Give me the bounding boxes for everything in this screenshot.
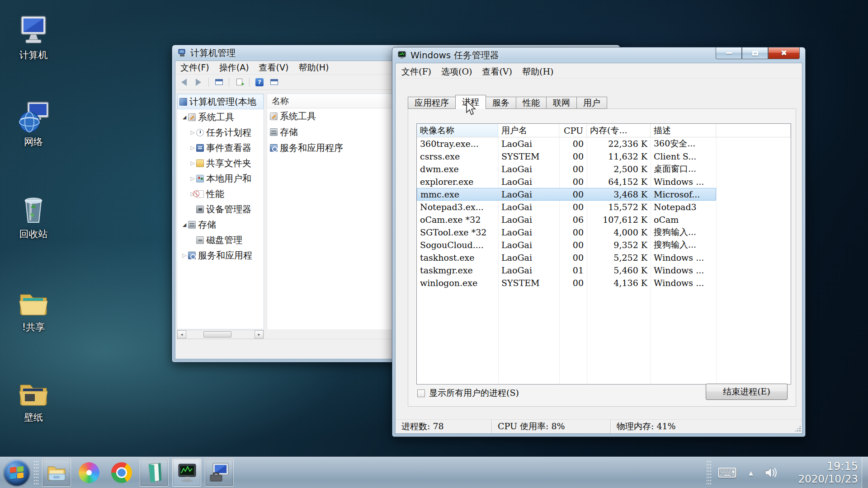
desktop-icon-wallpaper-folder[interactable]: 壁纸: [8, 375, 59, 424]
tree-item-shared-folders[interactable]: ▷ 共享文件夹: [177, 155, 264, 171]
desktop-icon-network[interactable]: 网络: [8, 99, 59, 148]
desktop-icon-recycle-bin[interactable]: 回收站: [8, 192, 59, 240]
toolbar-drag-handle[interactable]: [33, 460, 38, 485]
volume-speaker-icon[interactable]: [764, 466, 778, 479]
process-row-selected[interactable]: mmc.exe LaoGai 00 3,468 K Microsof...: [417, 188, 791, 201]
collapsed-arrow-icon[interactable]: ▷: [189, 160, 196, 166]
shared-folders-icon: [196, 160, 204, 167]
process-row[interactable]: winlogon.exe SYSTEM 00 4,136 K Windows .…: [417, 277, 791, 289]
process-row[interactable]: explorer.exe LaoGai 00 64,152 K Windows …: [417, 175, 791, 188]
collapsed-arrow-icon[interactable]: ▷: [189, 175, 196, 182]
column-header-cpu[interactable]: CPU: [559, 124, 587, 137]
menu-options[interactable]: 选项(O): [436, 66, 477, 78]
process-row[interactable]: Notepad3.ex... LaoGai 00 15,572 K Notepa…: [417, 201, 791, 213]
taskbar-left: [4, 457, 234, 488]
hidden-icons-up-arrow[interactable]: ▲: [749, 469, 753, 476]
minimize-button[interactable]: [716, 47, 742, 59]
local-users-icon: [196, 175, 204, 183]
back-button[interactable]: [178, 77, 190, 88]
tab-networking[interactable]: 联网: [547, 97, 577, 109]
cell-description: Windows ...: [651, 251, 716, 264]
process-row[interactable]: SogouCloud.... LaoGai 00 9,352 K 搜狗输入...: [417, 239, 791, 251]
export-list-button[interactable]: [233, 77, 245, 88]
cell-image-name: taskmgr.exe: [417, 264, 498, 277]
tree-item-services-apps[interactable]: ▷ 服务和应用程: [177, 248, 264, 263]
column-header-description[interactable]: 描述: [651, 124, 716, 137]
expanded-arrow-icon[interactable]: ◢: [181, 114, 188, 120]
listview-header: 映像名称 用户名 CPU 内存(专... 描述: [417, 124, 791, 137]
tree-item-system-tools[interactable]: ◢ 系统工具: [177, 109, 264, 125]
expanded-arrow-icon[interactable]: ◢: [181, 222, 188, 228]
process-row[interactable]: oCam.exe *32 LaoGai 06 107,612 K oCam: [417, 213, 791, 226]
show-all-users-row[interactable]: 显示所有用户的进程(S): [417, 387, 519, 399]
collapsed-arrow-icon[interactable]: ▷: [189, 145, 196, 151]
desktop-icon-share-folder[interactable]: !共享: [8, 285, 59, 333]
tree-item-root[interactable]: 计算机管理(本地: [177, 94, 264, 109]
tab-performance[interactable]: 性能: [516, 97, 547, 109]
column-header-image-name[interactable]: 映像名称: [417, 124, 498, 137]
collapsed-arrow-icon[interactable]: ▷: [189, 129, 196, 136]
tree-item-storage[interactable]: ◢ 存储: [177, 217, 264, 232]
menu-view[interactable]: 查看(V): [477, 66, 517, 78]
cell-user: LaoGai: [498, 213, 559, 226]
show-desktop-button[interactable]: [862, 457, 868, 488]
close-button[interactable]: ✖: [768, 47, 800, 59]
desktop-icon-computer[interactable]: 计算机: [8, 13, 59, 61]
tree-item-device-manager[interactable]: 设备管理器: [177, 202, 264, 217]
tab-users[interactable]: 用户: [577, 97, 607, 109]
menu-help[interactable]: 帮助(H): [517, 66, 558, 78]
show-action-pane-button[interactable]: [268, 77, 280, 88]
scroll-right-button[interactable]: ▸: [255, 330, 264, 338]
tree-item-task-scheduler[interactable]: ▷ 任务计划程: [177, 125, 264, 140]
menu-file[interactable]: 文件(F): [396, 66, 436, 78]
taskbar-button-computer-management[interactable]: [205, 459, 234, 487]
cell-user: LaoGai: [498, 201, 559, 213]
taskbar-button-360-browser[interactable]: [75, 459, 104, 487]
taskbar-tray: ⌨ ▲ 19:15 2020/10/23: [706, 457, 868, 488]
start-button[interactable]: [4, 460, 30, 486]
tree-item-disk-management[interactable]: 磁盘管理: [177, 232, 264, 248]
tree-item-event-viewer[interactable]: ▷ 事件查看器: [177, 140, 264, 155]
process-row[interactable]: csrss.exe SYSTEM 00 11,632 K Client S...: [417, 150, 791, 163]
tree-item-performance[interactable]: ▷ 性能: [177, 186, 264, 202]
tree-horizontal-scrollbar[interactable]: ◂ ▸: [177, 330, 264, 339]
collapsed-arrow-icon[interactable]: ▷: [181, 252, 188, 258]
process-row[interactable]: taskmgr.exe LaoGai 01 5,460 K Windows ..…: [417, 264, 791, 277]
cell-description: Windows ...: [651, 175, 716, 188]
taskbar-button-explorer[interactable]: [42, 459, 71, 487]
menu-file[interactable]: 文件(F): [175, 62, 214, 74]
tab-services[interactable]: 服务: [486, 97, 516, 109]
menu-action[interactable]: 操作(A): [214, 62, 254, 74]
show-console-tree-button[interactable]: [213, 77, 225, 88]
toolbar-drag-handle[interactable]: [706, 460, 711, 485]
scroll-left-button[interactable]: ◂: [177, 330, 186, 338]
column-header-memory[interactable]: 内存(专...: [587, 124, 651, 137]
taskbar-button-chrome[interactable]: [107, 459, 136, 487]
process-row[interactable]: 360tray.exe... LaoGai 00 22,336 K 360安全.…: [417, 137, 791, 150]
menu-view[interactable]: 查看(V): [254, 62, 294, 74]
taskbar-button-task-manager[interactable]: [172, 459, 201, 487]
tray-clock[interactable]: 19:15 2020/10/23: [790, 460, 858, 485]
show-all-users-checkbox[interactable]: [417, 389, 425, 397]
scrollbar-thumb[interactable]: [203, 331, 231, 338]
tab-applications[interactable]: 应用程序: [408, 97, 456, 109]
menu-help[interactable]: 帮助(H): [293, 62, 334, 74]
cell-cpu: 00: [559, 175, 587, 188]
end-process-button[interactable]: 结束进程(E): [706, 384, 788, 400]
input-keyboard-icon[interactable]: ⌨: [717, 465, 737, 481]
collapsed-arrow-icon[interactable]: ▷: [189, 191, 196, 197]
tree-item-local-users[interactable]: ▷ 本地用户和: [177, 171, 264, 186]
taskbar-button-notepad3[interactable]: [140, 459, 169, 487]
process-row[interactable]: SGTool.exe *32 LaoGai 00 4,000 K 搜狗输入...: [417, 226, 791, 239]
process-row[interactable]: taskhost.exe LaoGai 00 5,252 K Windows .…: [417, 251, 791, 264]
cell-image-name: dwm.exe: [417, 163, 498, 175]
help-button[interactable]: ?: [254, 77, 265, 88]
column-header-user-name[interactable]: 用户名: [498, 124, 559, 137]
cell-description: 搜狗输入...: [651, 239, 716, 251]
tree-item-label: 任务计划程: [206, 127, 251, 139]
process-row[interactable]: dwm.exe LaoGai 00 2,500 K 桌面窗口...: [417, 163, 791, 175]
task-manager-window: Windows 任务管理器 ✖ 文件(F) 选项(O) 查看(V) 帮助(H) …: [392, 47, 806, 437]
maximize-button[interactable]: [742, 47, 768, 59]
forward-button[interactable]: [193, 77, 204, 88]
cell-description: Client S...: [651, 150, 716, 163]
